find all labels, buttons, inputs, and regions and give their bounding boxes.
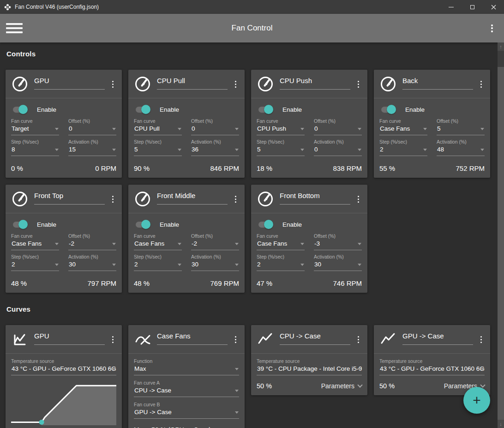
enable-toggle[interactable] [258, 220, 273, 229]
scroll-down-button[interactable]: ↓ [498, 420, 504, 428]
add-button[interactable]: + [463, 387, 490, 414]
activation-label: Activation (%) [314, 254, 362, 259]
curve-name-field[interactable]: GPU [34, 332, 105, 345]
control-name-field[interactable]: CPU Push [280, 77, 350, 90]
linear-curve-card: CPU -> Case Temperature source 39 °C - C… [251, 325, 367, 395]
enable-label: Enable [160, 221, 179, 228]
card-kebab-menu-icon[interactable] [109, 333, 117, 346]
page-title: Fan Control [232, 24, 273, 33]
parameters-expander[interactable]: Parameters [321, 382, 362, 390]
offset-field: Offset (%) 0 [68, 118, 116, 135]
fan-curve-select[interactable]: Case Fans [134, 239, 182, 250]
offset-field: Offset (%) 0 [314, 118, 362, 135]
offset-select[interactable]: -3 [314, 239, 362, 250]
step-select[interactable]: 2 [134, 259, 182, 271]
fan-curve-select[interactable]: Case Fans [11, 239, 59, 250]
fan-curve-a-label: Fan curve A [134, 380, 239, 386]
enable-toggle[interactable] [12, 220, 28, 229]
curve-point-handle[interactable] [39, 420, 44, 425]
linear-curve-card: GPU -> Case Temperature source 43 °C - G… [374, 325, 490, 395]
control-name-field[interactable]: GPU [34, 77, 105, 90]
function-select[interactable]: Max [134, 364, 239, 375]
offset-select[interactable]: 0 [191, 124, 239, 135]
offset-select[interactable]: 5 [437, 124, 485, 135]
fan-curve-select[interactable]: Case Fans [379, 124, 427, 135]
step-select[interactable]: 5 [134, 145, 182, 156]
card-kebab-menu-icon[interactable] [232, 333, 240, 346]
step-select[interactable]: 8 [11, 145, 59, 156]
activation-select[interactable]: 15 [68, 145, 116, 156]
offset-select[interactable]: -2 [191, 239, 239, 250]
curve-name-field[interactable]: Case Fans [157, 332, 228, 345]
control-name-field[interactable]: Front Bottom [280, 192, 350, 205]
minimize-button[interactable] [440, 0, 462, 14]
activation-value: 48 [437, 146, 444, 153]
card-kebab-menu-icon[interactable] [232, 78, 240, 90]
curve-name-field[interactable]: CPU -> Case [280, 332, 350, 345]
activation-select[interactable]: 30 [68, 259, 116, 271]
fan-curve-chart[interactable] [11, 382, 116, 425]
activation-select[interactable]: 36 [191, 145, 239, 156]
card-kebab-menu-icon[interactable] [355, 333, 362, 346]
fan-curve-a-select[interactable]: CPU -> Case [134, 386, 239, 397]
step-select[interactable]: 2 [379, 145, 427, 156]
close-button[interactable] [483, 0, 504, 14]
maximize-button[interactable] [462, 0, 483, 14]
control-name-field[interactable]: Back [402, 77, 473, 90]
enable-toggle[interactable] [135, 105, 150, 114]
curves-grid: GPU Temperature source 43 °C - GPU - GeF… [6, 325, 498, 428]
offset-select[interactable]: 0 [68, 124, 116, 135]
enable-toggle[interactable] [380, 105, 396, 114]
card-kebab-menu-icon[interactable] [232, 193, 240, 205]
fan-curve-select[interactable]: Case Fans [257, 239, 305, 250]
activation-select[interactable]: 30 [314, 259, 362, 271]
control-title: Front Middle [157, 192, 195, 199]
activation-value: 15 [69, 146, 76, 153]
temperature-source-select[interactable]: 39 °C - CPU Package - Intel Core i5-9 [257, 364, 362, 375]
activation-label: Activation (%) [68, 139, 116, 145]
enable-toggle[interactable] [135, 220, 150, 229]
scrollbar-thumb[interactable] [498, 67, 504, 420]
curve-name-field[interactable]: GPU -> Case [402, 332, 473, 345]
dropdown-arrow-icon [480, 368, 484, 370]
temperature-source-select[interactable]: 43 °C - GPU - GeForce GTX 1060 6GB [379, 364, 485, 375]
control-name-field[interactable]: CPU Pull [157, 77, 228, 90]
card-kebab-menu-icon[interactable] [109, 193, 117, 205]
fan-curve-label: Fan curve [257, 118, 305, 124]
fan-curve-select[interactable]: Target [11, 124, 59, 135]
offset-select[interactable]: -2 [68, 239, 116, 250]
step-label: Step (%/sec) [379, 139, 427, 145]
hamburger-menu-icon[interactable] [6, 21, 23, 36]
step-select[interactable]: 2 [257, 259, 305, 271]
fan-curve-select[interactable]: CPU Pull [134, 124, 182, 135]
fan-curve-b-select[interactable]: GPU -> Case [134, 407, 239, 419]
card-kebab-menu-icon[interactable] [478, 333, 485, 346]
card-kebab-menu-icon[interactable] [355, 78, 362, 90]
card-kebab-menu-icon[interactable] [109, 78, 117, 90]
divider [374, 98, 490, 98]
card-kebab-menu-icon[interactable] [355, 193, 362, 205]
activation-select[interactable]: 0 [314, 145, 362, 156]
card-kebab-menu-icon[interactable] [478, 78, 485, 90]
enable-toggle[interactable] [258, 105, 273, 114]
step-select[interactable]: 2 [11, 259, 59, 271]
header-kebab-menu-icon[interactable] [488, 22, 496, 35]
temperature-source-select[interactable]: 43 °C - GPU - GeForce GTX 1060 6GB [11, 364, 116, 375]
control-name-field[interactable]: Front Middle [157, 192, 228, 205]
fan-curve-label: Fan curve [134, 233, 182, 239]
scroll-up-button[interactable]: ↑ [498, 42, 504, 51]
activation-select[interactable]: 30 [191, 259, 239, 271]
step-select[interactable]: 5 [257, 145, 305, 156]
temperature-source-value: 43 °C - GPU - GeForce GTX 1060 6GB [380, 365, 485, 372]
vertical-scrollbar[interactable]: ↑ ↓ [498, 42, 504, 428]
offset-select[interactable]: 0 [314, 124, 362, 135]
field-grid: Fan curve Case Fans Offset (%) -3 Step (… [257, 233, 362, 271]
control-name-field[interactable]: Front Top [34, 192, 105, 205]
gauge-icon [134, 75, 151, 93]
card-header: CPU -> Case [257, 331, 362, 348]
activation-select[interactable]: 48 [437, 145, 485, 156]
step-field: Step (%/sec) 2 [11, 254, 59, 271]
fan-percent: 18 % [257, 164, 272, 172]
enable-toggle[interactable] [12, 105, 28, 114]
fan-curve-select[interactable]: CPU Push [257, 124, 305, 135]
